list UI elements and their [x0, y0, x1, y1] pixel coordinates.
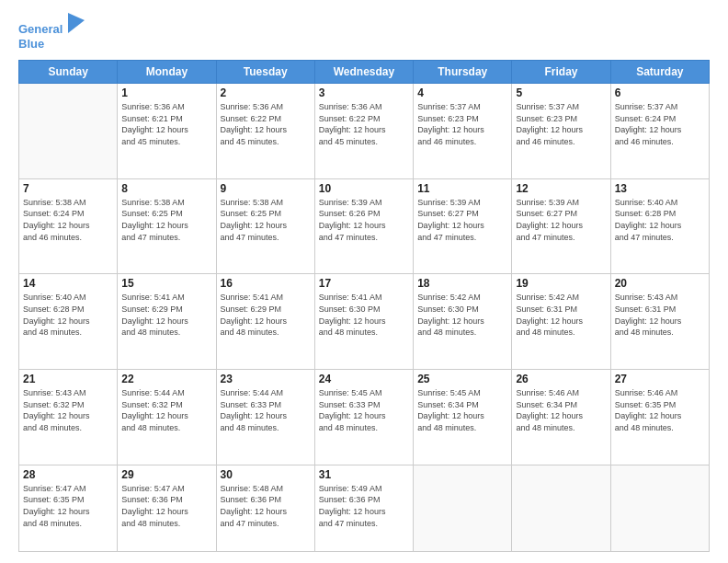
day-header-monday: Monday — [118, 61, 216, 84]
calendar-cell: 18Sunrise: 5:42 AM Sunset: 6:30 PM Dayli… — [414, 274, 512, 370]
day-number: 25 — [417, 373, 507, 385]
calendar-cell: 7Sunrise: 5:38 AM Sunset: 6:24 PM Daylig… — [19, 178, 118, 274]
day-number: 20 — [615, 277, 705, 290]
week-row-3: 21Sunrise: 5:43 AM Sunset: 6:32 PM Dayli… — [19, 370, 710, 465]
day-info: Sunrise: 5:41 AM Sunset: 6:30 PM Dayligh… — [319, 292, 409, 338]
day-info: Sunrise: 5:46 AM Sunset: 6:35 PM Dayligh… — [615, 387, 705, 433]
day-number: 30 — [221, 468, 311, 481]
calendar-cell — [414, 465, 512, 551]
day-number: 23 — [221, 373, 311, 385]
calendar-cell: 28Sunrise: 5:47 AM Sunset: 6:35 PM Dayli… — [19, 465, 118, 551]
day-info: Sunrise: 5:44 AM Sunset: 6:33 PM Dayligh… — [221, 387, 311, 433]
day-number: 31 — [319, 468, 409, 481]
day-number: 16 — [221, 277, 311, 290]
logo-text: General — [18, 15, 85, 37]
calendar-cell: 27Sunrise: 5:46 AM Sunset: 6:35 PM Dayli… — [610, 370, 709, 465]
day-info: Sunrise: 5:36 AM Sunset: 6:21 PM Dayligh… — [121, 101, 211, 147]
day-info: Sunrise: 5:38 AM Sunset: 6:24 PM Dayligh… — [23, 197, 113, 243]
week-row-0: 1Sunrise: 5:36 AM Sunset: 6:21 PM Daylig… — [19, 84, 710, 179]
day-number: 22 — [121, 373, 211, 385]
day-number: 3 — [319, 86, 409, 99]
day-info: Sunrise: 5:49 AM Sunset: 6:36 PM Dayligh… — [319, 483, 409, 529]
day-number: 28 — [23, 468, 113, 481]
calendar-cell: 11Sunrise: 5:39 AM Sunset: 6:27 PM Dayli… — [414, 178, 512, 274]
day-info: Sunrise: 5:45 AM Sunset: 6:34 PM Dayligh… — [417, 387, 507, 433]
calendar-cell: 10Sunrise: 5:39 AM Sunset: 6:26 PM Dayli… — [314, 178, 413, 274]
day-number: 17 — [319, 277, 409, 290]
day-header-saturday: Saturday — [610, 61, 709, 84]
calendar-cell: 13Sunrise: 5:40 AM Sunset: 6:28 PM Dayli… — [610, 178, 709, 274]
day-info: Sunrise: 5:41 AM Sunset: 6:29 PM Dayligh… — [221, 292, 311, 338]
calendar-cell: 15Sunrise: 5:41 AM Sunset: 6:29 PM Dayli… — [118, 274, 216, 370]
calendar-cell: 1Sunrise: 5:36 AM Sunset: 6:21 PM Daylig… — [118, 84, 216, 179]
day-number: 10 — [319, 182, 409, 195]
day-number: 11 — [417, 182, 507, 195]
day-info: Sunrise: 5:48 AM Sunset: 6:36 PM Dayligh… — [221, 483, 311, 529]
day-number: 7 — [23, 182, 113, 195]
day-info: Sunrise: 5:38 AM Sunset: 6:25 PM Dayligh… — [221, 197, 311, 243]
calendar-cell: 2Sunrise: 5:36 AM Sunset: 6:22 PM Daylig… — [216, 84, 314, 179]
logo-icon — [68, 13, 85, 33]
svg-marker-0 — [68, 13, 85, 33]
calendar-cell: 17Sunrise: 5:41 AM Sunset: 6:30 PM Dayli… — [314, 274, 413, 370]
day-number: 4 — [417, 86, 507, 99]
calendar-cell: 9Sunrise: 5:38 AM Sunset: 6:25 PM Daylig… — [216, 178, 314, 274]
day-info: Sunrise: 5:42 AM Sunset: 6:30 PM Dayligh… — [417, 292, 507, 338]
day-number: 21 — [23, 373, 113, 385]
day-info: Sunrise: 5:40 AM Sunset: 6:28 PM Dayligh… — [615, 197, 705, 243]
day-info: Sunrise: 5:44 AM Sunset: 6:32 PM Dayligh… — [121, 387, 211, 433]
calendar-cell — [610, 465, 709, 551]
day-number: 2 — [221, 86, 311, 99]
day-number: 13 — [615, 182, 705, 195]
day-info: Sunrise: 5:39 AM Sunset: 6:27 PM Dayligh… — [516, 197, 606, 243]
calendar-cell: 3Sunrise: 5:36 AM Sunset: 6:22 PM Daylig… — [314, 84, 413, 179]
calendar-cell: 23Sunrise: 5:44 AM Sunset: 6:33 PM Dayli… — [216, 370, 314, 465]
calendar-table: SundayMondayTuesdayWednesdayThursdayFrid… — [18, 60, 710, 552]
page: General Blue SundayMondayTuesdayWednesda… — [0, 0, 728, 563]
day-info: Sunrise: 5:45 AM Sunset: 6:33 PM Dayligh… — [319, 387, 409, 433]
calendar-cell: 12Sunrise: 5:39 AM Sunset: 6:27 PM Dayli… — [512, 178, 610, 274]
day-header-sunday: Sunday — [19, 61, 118, 84]
calendar-cell: 16Sunrise: 5:41 AM Sunset: 6:29 PM Dayli… — [216, 274, 314, 370]
calendar-cell: 26Sunrise: 5:46 AM Sunset: 6:34 PM Dayli… — [512, 370, 610, 465]
calendar-cell: 20Sunrise: 5:43 AM Sunset: 6:31 PM Dayli… — [610, 274, 709, 370]
day-info: Sunrise: 5:36 AM Sunset: 6:22 PM Dayligh… — [319, 101, 409, 147]
day-number: 27 — [615, 373, 705, 385]
day-info: Sunrise: 5:39 AM Sunset: 6:26 PM Dayligh… — [319, 197, 409, 243]
calendar-cell: 6Sunrise: 5:37 AM Sunset: 6:24 PM Daylig… — [610, 84, 709, 179]
day-info: Sunrise: 5:40 AM Sunset: 6:28 PM Dayligh… — [23, 292, 113, 338]
day-info: Sunrise: 5:46 AM Sunset: 6:34 PM Dayligh… — [516, 387, 606, 433]
day-header-wednesday: Wednesday — [314, 61, 413, 84]
logo-blue: Blue — [18, 37, 85, 52]
day-number: 1 — [121, 86, 211, 99]
day-number: 29 — [121, 468, 211, 481]
calendar-cell: 21Sunrise: 5:43 AM Sunset: 6:32 PM Dayli… — [19, 370, 118, 465]
logo-general: General — [18, 22, 63, 36]
calendar-cell: 29Sunrise: 5:47 AM Sunset: 6:36 PM Dayli… — [118, 465, 216, 551]
calendar-cell: 25Sunrise: 5:45 AM Sunset: 6:34 PM Dayli… — [414, 370, 512, 465]
week-row-4: 28Sunrise: 5:47 AM Sunset: 6:35 PM Dayli… — [19, 465, 710, 551]
header: General Blue — [18, 15, 710, 51]
day-info: Sunrise: 5:39 AM Sunset: 6:27 PM Dayligh… — [417, 197, 507, 243]
day-number: 6 — [615, 86, 705, 99]
day-number: 8 — [121, 182, 211, 195]
day-number: 5 — [516, 86, 606, 99]
day-info: Sunrise: 5:47 AM Sunset: 6:36 PM Dayligh… — [121, 483, 211, 529]
day-number: 24 — [319, 373, 409, 385]
calendar-cell: 5Sunrise: 5:37 AM Sunset: 6:23 PM Daylig… — [512, 84, 610, 179]
calendar-cell: 14Sunrise: 5:40 AM Sunset: 6:28 PM Dayli… — [19, 274, 118, 370]
calendar-cell — [512, 465, 610, 551]
day-info: Sunrise: 5:36 AM Sunset: 6:22 PM Dayligh… — [221, 101, 311, 147]
calendar-cell: 30Sunrise: 5:48 AM Sunset: 6:36 PM Dayli… — [216, 465, 314, 551]
day-info: Sunrise: 5:42 AM Sunset: 6:31 PM Dayligh… — [516, 292, 606, 338]
day-number: 12 — [516, 182, 606, 195]
day-info: Sunrise: 5:41 AM Sunset: 6:29 PM Dayligh… — [121, 292, 211, 338]
day-number: 15 — [121, 277, 211, 290]
calendar-cell: 31Sunrise: 5:49 AM Sunset: 6:36 PM Dayli… — [314, 465, 413, 551]
calendar-cell: 24Sunrise: 5:45 AM Sunset: 6:33 PM Dayli… — [314, 370, 413, 465]
logo: General Blue — [18, 15, 85, 51]
calendar-cell — [19, 84, 118, 179]
calendar-cell: 22Sunrise: 5:44 AM Sunset: 6:32 PM Dayli… — [118, 370, 216, 465]
calendar-cell: 8Sunrise: 5:38 AM Sunset: 6:25 PM Daylig… — [118, 178, 216, 274]
day-number: 18 — [417, 277, 507, 290]
